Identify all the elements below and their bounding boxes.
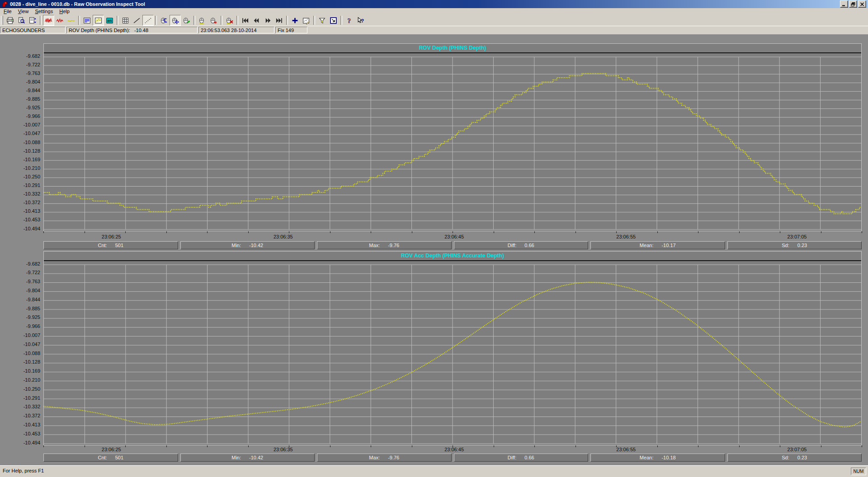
export-icon[interactable]: [328, 15, 339, 26]
mouse-pan-icon[interactable]: [170, 15, 181, 26]
num-lock-indicator: NUM: [851, 468, 866, 475]
y-tick-label: -9.885: [0, 306, 40, 311]
y-tick-label: -9.763: [0, 279, 40, 284]
x-tick-mark: [248, 231, 249, 233]
toolbar-separator: [193, 16, 195, 25]
stat-min: Min:-10.42: [180, 241, 315, 249]
y-tick-label: -10.413: [0, 422, 40, 427]
stat-cnt: Cnt:501: [43, 241, 178, 249]
context-help-icon[interactable]: ?: [355, 15, 366, 26]
print-preview-icon[interactable]: [16, 15, 27, 26]
status-help-text: For Help, press F1: [3, 468, 44, 473]
chart-plot-area[interactable]: [44, 261, 861, 445]
raw-plot-icon[interactable]: [43, 15, 54, 26]
x-tick-mark: [207, 445, 208, 447]
close-button[interactable]: [858, 0, 866, 8]
y-tick-label: -10.047: [0, 341, 40, 347]
y-tick-label: -9.682: [0, 53, 40, 59]
toolbar-separator: [78, 16, 80, 25]
y-tick-label: -10.047: [0, 131, 40, 136]
mouse-accept-icon[interactable]: [197, 15, 208, 26]
menu-file[interactable]: File: [0, 8, 15, 15]
x-tick-label: 23:06:35: [274, 447, 293, 452]
stat-label: Max:: [369, 242, 380, 249]
y-tick-label: -10.210: [0, 165, 40, 171]
toolbar-grip[interactable]: [1, 16, 3, 25]
mouse-reject-icon[interactable]: [208, 15, 219, 26]
print-icon[interactable]: [5, 15, 16, 26]
add-icon[interactable]: [289, 15, 301, 26]
menu-help[interactable]: Help: [56, 8, 73, 15]
x-tick-label: 23:06:55: [616, 447, 636, 452]
fix-time-field: 23:06:53.063 28-10-2014: [198, 27, 274, 33]
record-list-icon[interactable]: [27, 15, 38, 26]
stat-value: 501: [115, 242, 123, 249]
y-tick-label: -10.453: [0, 431, 40, 436]
solid-line-icon[interactable]: [131, 15, 142, 26]
x-tick-mark: [85, 445, 85, 447]
stat-mean: Mean:-10.18: [590, 454, 725, 462]
mouse-rotate-icon[interactable]: [158, 15, 170, 26]
grid-icon[interactable]: [120, 15, 131, 26]
y-axis-labels: -9.682-9.722-9.763-9.804-9.844-9.885-9.9…: [0, 260, 42, 444]
minimize-button[interactable]: [840, 0, 848, 8]
x-tick-mark: [207, 231, 208, 233]
depth-curve: [44, 261, 861, 445]
menu-view[interactable]: View: [15, 8, 32, 15]
mouse-delete-icon[interactable]: [224, 15, 235, 26]
nav-last-icon[interactable]: [274, 15, 285, 26]
x-tick-label: 23:06:45: [444, 447, 464, 452]
stat-label: Mean:: [640, 454, 654, 461]
mouse-zoom-icon[interactable]: [181, 15, 192, 26]
chart-plot-area[interactable]: [44, 53, 861, 231]
x-tick-mark: [534, 445, 535, 447]
chart-title: ROV Depth (PHINS Depth): [44, 44, 861, 53]
y-tick-label: -10.413: [0, 208, 40, 214]
y-tick-label: -10.332: [0, 191, 40, 196]
toolbar-separator: [155, 16, 157, 25]
y-tick-label: -10.007: [0, 332, 40, 338]
x-tick-mark: [412, 231, 412, 233]
app-icon: [1, 1, 9, 8]
x-tick-mark: [616, 231, 617, 233]
stat-label: Mean:: [640, 242, 654, 249]
y-tick-label: -10.169: [0, 157, 40, 162]
observation-info-bar: ECHOSOUNDERSROV Depth (PHINS Depth): -10…: [0, 26, 868, 35]
stat-value: 0.23: [797, 454, 807, 461]
stat-value: -9.76: [388, 454, 399, 461]
y-tick-label: -9.844: [0, 88, 40, 93]
graph-view-icon[interactable]: [93, 15, 104, 26]
y-tick-label: -9.722: [0, 62, 40, 67]
help-icon[interactable]: ?: [344, 15, 355, 26]
toolbar-separator: [313, 16, 315, 25]
dotted-line-icon[interactable]: [142, 15, 154, 26]
stat-label: Max:: [369, 454, 380, 461]
chart-stats-bar: Cnt:501Min:-10.42Max:-9.76Diff:0.66Mean:…: [43, 454, 862, 462]
x-tick-mark: [821, 445, 821, 447]
y-tick-label: -10.128: [0, 359, 40, 365]
x-tick-label: 23:06:25: [102, 234, 121, 239]
stat-sd: Sd:0.23: [727, 241, 862, 249]
y-tick-label: -9.966: [0, 323, 40, 329]
x-tick-mark: [780, 445, 780, 447]
filter-icon[interactable]: [316, 15, 328, 26]
text-view-icon[interactable]: [81, 15, 93, 26]
x-tick-mark: [821, 231, 821, 233]
observation-group-field: ECHOSOUNDERS: [0, 27, 66, 33]
nav-prev-icon[interactable]: [251, 15, 262, 26]
x-tick-mark: [576, 445, 576, 447]
menu-settings[interactable]: Settings: [32, 8, 56, 15]
engineering-view-icon[interactable]: en: [104, 15, 115, 26]
stat-label: Diff:: [508, 242, 516, 249]
stat-min: Min:-10.42: [180, 454, 315, 462]
nav-first-icon[interactable]: [240, 15, 251, 26]
filtered-plot-icon[interactable]: [54, 15, 66, 26]
nav-next-icon[interactable]: [262, 15, 274, 26]
menu-bar: FileViewSettingsHelp: [0, 8, 868, 15]
accepted-plot-icon[interactable]: [66, 15, 77, 26]
restore-button[interactable]: [849, 0, 857, 8]
title-bar[interactable]: 0028 - dive_line - 0010.db - Raw Observa…: [0, 0, 868, 8]
y-tick-label: -10.250: [0, 386, 40, 392]
x-tick-mark: [330, 231, 330, 233]
edit-observation-icon[interactable]: [301, 15, 312, 26]
